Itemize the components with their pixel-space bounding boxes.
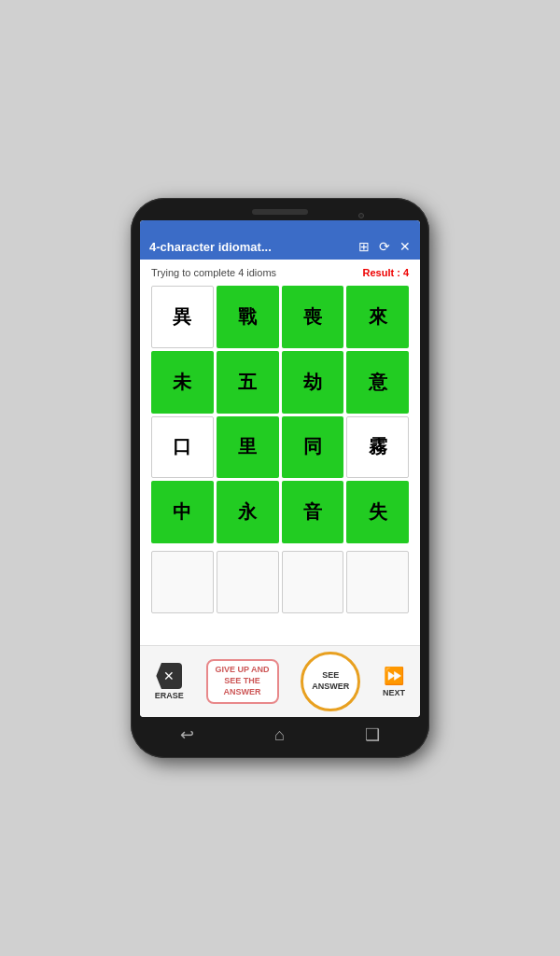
grid-cell-11[interactable]: 霧 (346, 416, 409, 479)
grid-cell-2[interactable]: 喪 (282, 286, 344, 348)
give-up-text: GIVE UP AND SEE THE ANSWER (216, 665, 270, 697)
content-area: Trying to complete 4 idioms Result : 4 異… (140, 260, 420, 645)
grid-icon[interactable]: ⊞ (358, 239, 370, 254)
history-icon[interactable]: ⟳ (379, 239, 390, 254)
grid-cell-10[interactable]: 同 (282, 416, 344, 479)
give-up-button[interactable]: GIVE UP AND SEE THE ANSWER (206, 659, 279, 703)
answer-slot-3[interactable] (346, 551, 409, 613)
see-answer-text: SEE ANSWER (303, 670, 357, 692)
back-nav-icon[interactable]: ↩ (180, 724, 194, 745)
subtitle-text: Trying to complete 4 idioms (151, 267, 276, 278)
grid-cell-13[interactable]: 永 (217, 481, 279, 543)
grid-cell-6[interactable]: 劫 (282, 351, 344, 414)
erase-button[interactable]: ✕ ERASE (155, 663, 184, 700)
erase-icon: ✕ (156, 663, 182, 689)
bottom-buttons: ✕ ERASE GIVE UP AND SEE THE ANSWER SEE A… (140, 645, 420, 717)
phone-screen: 4-character idiomat... ⊞ ⟳ ✕ Trying to c… (140, 220, 420, 717)
grid-cell-7[interactable]: 意 (346, 351, 409, 414)
character-grid: 異戰喪來未五劫意口里同霧中永音失 (151, 286, 409, 543)
next-button[interactable]: ⏩ NEXT (383, 666, 405, 697)
see-answer-button[interactable]: SEE ANSWER (301, 652, 360, 711)
status-bar (140, 220, 420, 233)
result-text: Result : 4 (362, 267, 409, 278)
next-label: NEXT (383, 688, 405, 697)
grid-cell-15[interactable]: 失 (346, 481, 409, 543)
grid-cell-14[interactable]: 音 (282, 481, 344, 543)
answer-slot-0[interactable] (151, 551, 214, 613)
app-bar: 4-character idiomat... ⊞ ⟳ ✕ (140, 233, 420, 260)
recent-nav-icon[interactable]: ❑ (365, 724, 380, 745)
grid-cell-8[interactable]: 口 (151, 416, 214, 479)
next-icon: ⏩ (384, 666, 404, 686)
phone-speaker (252, 209, 308, 215)
grid-cell-3[interactable]: 來 (346, 286, 409, 348)
home-nav-icon[interactable]: ⌂ (274, 725, 285, 745)
app-title: 4-character idiomat... (149, 240, 351, 254)
phone-bottom-nav: ↩ ⌂ ❑ (140, 717, 420, 749)
answer-slot-2[interactable] (282, 551, 344, 613)
app-bar-icons: ⊞ ⟳ ✕ (358, 239, 411, 254)
grid-cell-9[interactable]: 里 (217, 416, 279, 479)
grid-cell-5[interactable]: 五 (217, 351, 279, 414)
grid-cell-4[interactable]: 未 (151, 351, 214, 414)
erase-label: ERASE (155, 691, 184, 700)
answer-slots (151, 551, 409, 613)
grid-cell-0[interactable]: 異 (151, 286, 214, 348)
phone-device: 4-character idiomat... ⊞ ⟳ ✕ Trying to c… (131, 198, 429, 758)
close-icon[interactable]: ✕ (399, 239, 411, 254)
grid-cell-12[interactable]: 中 (151, 481, 214, 543)
phone-camera (358, 213, 364, 218)
answer-slot-1[interactable] (217, 551, 279, 613)
grid-cell-1[interactable]: 戰 (217, 286, 279, 348)
subtitle-row: Trying to complete 4 idioms Result : 4 (151, 267, 409, 278)
